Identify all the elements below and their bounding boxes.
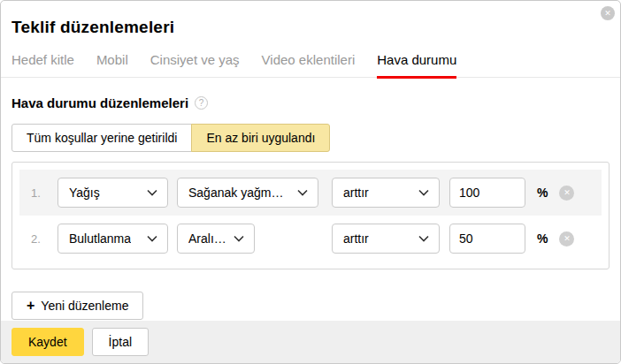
percent-sign: %: [537, 231, 548, 246]
condition-match-toggle: Tüm koşullar yerine getirildi En az biri…: [12, 124, 610, 152]
add-rule-label: Yeni düzenleme: [41, 299, 128, 313]
condition-select[interactable]: Yağış: [58, 178, 168, 208]
rules-container: 1. Yağış Sağanak yağmur/... arttır % ✕ 2…: [12, 162, 610, 269]
toggle-all-conditions-button[interactable]: Tüm koşullar yerine getirildi: [12, 124, 192, 152]
action-select-value: arttır: [343, 231, 369, 246]
plus-icon: +: [27, 299, 34, 313]
rule-row-2: 2. Bulutlanma Aralıksız arttır % ✕: [19, 216, 602, 262]
chevron-down-icon: [234, 235, 244, 242]
add-rule-button[interactable]: + Yeni düzenleme: [12, 292, 143, 320]
detail-select-wrap: Sağanak yağmur/...: [177, 178, 332, 208]
detail-select-value: Aralıksız: [188, 231, 226, 246]
toggle-any-condition-button[interactable]: En az biri uygulandı: [191, 124, 330, 152]
tab-hava-durumu[interactable]: Hava durumu: [377, 49, 456, 77]
rule-row-1: 1. Yağış Sağanak yağmur/... arttır % ✕: [19, 170, 602, 216]
tab-video-eklentileri[interactable]: Video eklentileri: [262, 49, 356, 77]
action-select[interactable]: arttır: [332, 224, 440, 254]
detail-select[interactable]: Sağanak yağmur/...: [177, 178, 318, 208]
action-select-value: arttır: [343, 186, 369, 200]
action-select[interactable]: arttır: [332, 178, 440, 208]
close-icon[interactable]: ✕: [601, 6, 615, 20]
percent-sign: %: [537, 186, 548, 200]
dialog-footer: Kaydet İptal: [1, 321, 620, 363]
section-heading: Hava durumu düzenlemeleri: [12, 95, 188, 110]
rule-index: 2.: [31, 232, 58, 246]
section-header: Hava durumu düzenlemeleri ?: [1, 95, 620, 110]
save-button[interactable]: Kaydet: [12, 328, 84, 356]
percent-input[interactable]: [449, 224, 525, 254]
tab-mobil[interactable]: Mobil: [96, 49, 128, 77]
rule-index: 1.: [31, 186, 58, 200]
remove-rule-icon[interactable]: ✕: [559, 186, 574, 201]
chevron-down-icon: [147, 235, 157, 242]
detail-select-value: Sağanak yağmur/...: [188, 186, 290, 200]
percent-input[interactable]: [449, 178, 525, 208]
cancel-button[interactable]: İptal: [92, 328, 149, 356]
condition-select-value: Bulutlanma: [69, 231, 131, 246]
condition-select-value: Yağış: [69, 186, 100, 200]
detail-select-wrap: Aralıksız: [177, 224, 332, 254]
chevron-down-icon: [297, 189, 308, 196]
help-icon[interactable]: ?: [195, 96, 208, 110]
chevron-down-icon: [418, 235, 429, 242]
detail-select[interactable]: Aralıksız: [177, 224, 255, 254]
tab-cinsiyet-ve-yas[interactable]: Cinsiyet ve yaş: [150, 49, 240, 77]
condition-select[interactable]: Bulutlanma: [58, 224, 168, 254]
tab-bar: Hedef kitle Mobil Cinsiyet ve yaş Video …: [1, 49, 620, 78]
page-title: Teklif düzenlemeleri: [1, 1, 620, 37]
chevron-down-icon: [418, 189, 429, 196]
remove-rule-icon[interactable]: ✕: [559, 231, 574, 246]
chevron-down-icon: [147, 189, 157, 196]
bid-adjustments-dialog: ✕ Teklif düzenlemeleri Hedef kitle Mobil…: [0, 0, 621, 364]
tab-hedef-kitle[interactable]: Hedef kitle: [12, 49, 74, 77]
